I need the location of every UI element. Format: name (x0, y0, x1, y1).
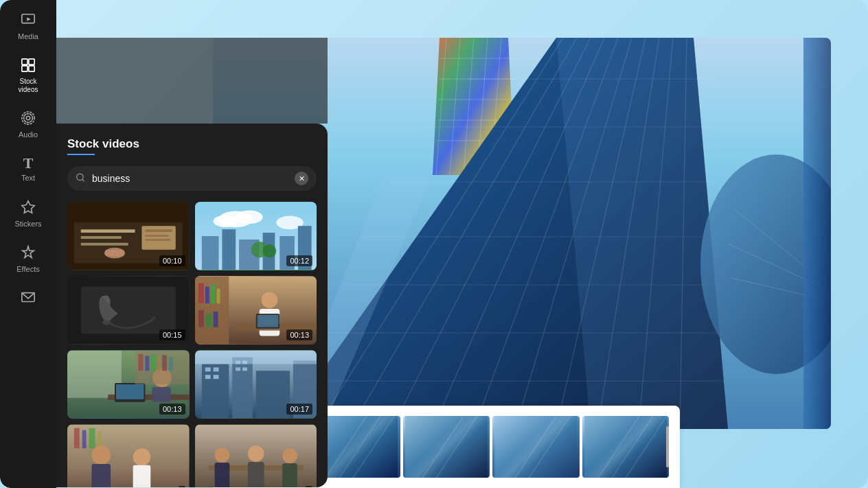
search-input[interactable] (67, 166, 317, 191)
svg-rect-98 (205, 286, 209, 303)
svg-line-49 (515, 416, 556, 478)
sidebar-item-text-label: Text (21, 174, 35, 183)
svg-rect-110 (67, 351, 122, 398)
stock-videos-icon (21, 58, 36, 75)
sidebar-item-audio[interactable]: Audio (3, 104, 53, 146)
video-thumb-3[interactable]: 00:15 (67, 276, 190, 345)
svg-rect-128 (205, 367, 210, 371)
svg-point-81 (236, 211, 262, 224)
timeline-frame-4 (492, 416, 579, 478)
svg-rect-60 (29, 66, 34, 71)
video-thumb-8[interactable] (195, 424, 317, 487)
svg-line-67 (82, 179, 84, 181)
svg-rect-131 (213, 375, 218, 379)
svg-point-153 (282, 448, 297, 463)
search-bar: ✕ (67, 166, 317, 191)
svg-rect-103 (213, 312, 218, 327)
svg-rect-117 (139, 354, 144, 371)
video-thumb-7[interactable] (67, 424, 190, 487)
svg-rect-136 (195, 351, 317, 364)
svg-rect-135 (242, 367, 247, 371)
svg-rect-145 (92, 464, 111, 487)
stock-videos-panel: Stock videos ✕ (56, 124, 328, 487)
text-icon: T (23, 156, 34, 171)
svg-rect-76 (145, 239, 170, 241)
svg-rect-93 (81, 286, 176, 334)
video-duration-4: 00:13 (286, 329, 312, 340)
video-thumb-5[interactable]: 00:13 (67, 350, 190, 419)
svg-rect-125 (232, 358, 253, 419)
svg-rect-115 (152, 387, 171, 402)
sidebar-item-media-label: Media (18, 32, 38, 41)
sidebar-item-messages[interactable] (3, 283, 53, 314)
svg-rect-72 (81, 243, 128, 246)
svg-point-149 (214, 448, 229, 463)
svg-line-44 (354, 416, 395, 478)
video-grid: 00:10 (67, 202, 317, 487)
panel-title: Stock videos (67, 137, 317, 151)
svg-rect-45 (405, 416, 488, 478)
svg-rect-97 (198, 283, 203, 304)
svg-line-52 (598, 416, 639, 478)
sidebar-item-stickers[interactable]: Stickers (3, 193, 53, 235)
svg-rect-118 (145, 356, 149, 371)
svg-line-50 (529, 416, 570, 478)
svg-point-61 (26, 116, 30, 120)
video-thumb-4[interactable]: 00:13 (195, 276, 317, 345)
svg-rect-84 (201, 236, 218, 270)
svg-rect-48 (494, 416, 577, 478)
svg-rect-78 (104, 250, 125, 257)
svg-rect-71 (81, 236, 122, 239)
sidebar-item-stock-videos[interactable]: Stockvideos (3, 51, 53, 101)
svg-rect-101 (198, 310, 203, 327)
top-panel-fade (56, 38, 328, 124)
svg-rect-139 (74, 428, 80, 449)
sidebar-item-stock-videos-label: Stockvideos (19, 78, 38, 94)
svg-line-47 (436, 416, 477, 478)
sidebar-item-audio-label: Audio (19, 130, 38, 139)
svg-marker-56 (27, 17, 31, 21)
svg-point-143 (92, 445, 111, 465)
sidebar-item-effects-label: Effects (16, 265, 39, 274)
svg-rect-121 (162, 356, 167, 371)
svg-rect-100 (216, 288, 220, 303)
svg-rect-126 (255, 371, 289, 418)
timeline-frame-5 (582, 416, 669, 478)
video-thumb-1[interactable]: 00:10 (67, 202, 190, 270)
svg-point-151 (247, 445, 264, 462)
video-duration-1: 00:10 (159, 255, 185, 266)
svg-rect-108 (257, 315, 278, 327)
timeline-scroll[interactable] (666, 426, 669, 467)
sidebar-item-media[interactable]: Media (3, 5, 53, 48)
video-thumb-6[interactable]: 00:17 (195, 350, 317, 419)
svg-rect-99 (210, 285, 215, 304)
svg-rect-59 (22, 66, 27, 71)
svg-rect-146 (133, 465, 151, 487)
svg-rect-74 (145, 229, 172, 232)
search-clear-button[interactable]: ✕ (295, 172, 308, 185)
svg-rect-70 (81, 229, 135, 233)
svg-marker-64 (22, 200, 34, 212)
svg-point-144 (133, 448, 151, 466)
svg-point-82 (213, 215, 238, 227)
svg-rect-129 (213, 367, 218, 371)
video-thumb-2[interactable]: 00:12 (195, 202, 317, 270)
sidebar-item-text[interactable]: T Text (3, 149, 53, 189)
svg-rect-41 (316, 416, 398, 478)
svg-point-104 (261, 292, 277, 308)
video-duration-7 (179, 486, 185, 487)
svg-rect-141 (89, 428, 95, 449)
svg-rect-57 (22, 59, 27, 65)
svg-rect-113 (116, 384, 144, 399)
video-duration-3: 00:15 (159, 329, 185, 340)
sidebar-item-effects[interactable]: Effects (3, 238, 53, 281)
svg-rect-130 (205, 375, 210, 379)
messages-icon (21, 290, 36, 307)
video-duration-5: 00:13 (159, 404, 185, 415)
sidebar: Media Stockvideos Audio T Text (0, 0, 56, 488)
svg-rect-134 (236, 367, 240, 371)
svg-rect-154 (282, 463, 297, 487)
svg-rect-102 (205, 314, 212, 327)
svg-rect-124 (201, 364, 228, 418)
svg-rect-119 (150, 355, 156, 371)
